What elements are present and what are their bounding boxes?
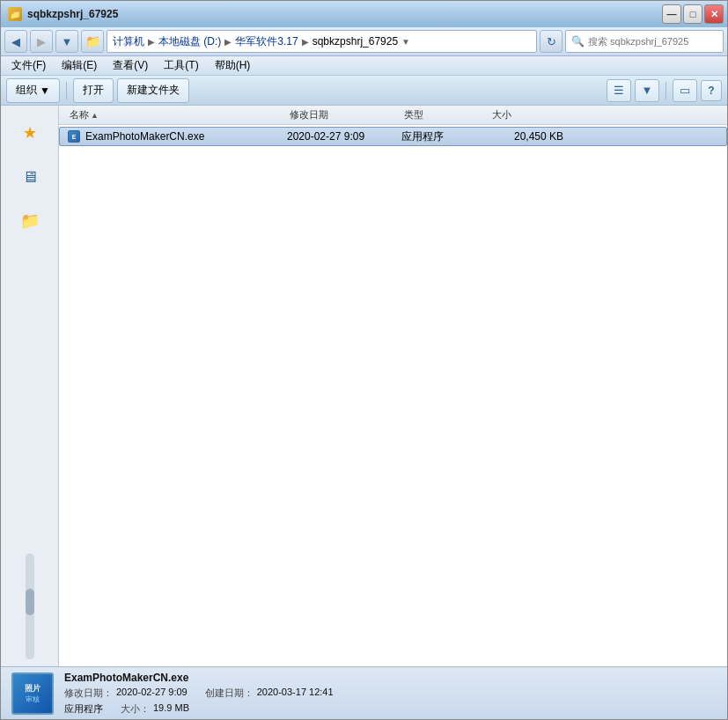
maximize-button[interactable]: □ (683, 4, 702, 24)
folder-up-icon[interactable]: 📁 (81, 30, 104, 53)
column-header-date[interactable]: 修改日期 (286, 106, 401, 124)
menu-file[interactable]: 文件(F) (4, 56, 53, 75)
breadcrumb-segment-drive[interactable]: 本地磁盘 (D:) (158, 34, 221, 49)
file-name: ExamPhotoMakerCN.exe (85, 130, 204, 143)
menubar: 文件(F) 编辑(E) 查看(V) 工具(T) 帮助(H) (1, 56, 727, 76)
view-button[interactable]: ☰ (607, 79, 631, 102)
file-type-cell: 应用程序 (401, 129, 489, 144)
sidebar-item-favorites[interactable]: ★ (11, 114, 48, 151)
status-filename: ExamPhotoMakerCN.exe (64, 672, 334, 684)
menu-view[interactable]: 查看(V) (106, 56, 155, 75)
view-dropdown-button[interactable]: ▼ (635, 79, 659, 102)
file-list: E ExamPhotoMakerCN.exe 2020-02-27 9:09 应… (59, 125, 727, 666)
new-folder-button[interactable]: 新建文件夹 (117, 78, 189, 103)
column-header-type[interactable]: 类型 (401, 106, 489, 124)
sidebar-item-computer[interactable]: 🖥 (11, 158, 48, 195)
status-row-1: 修改日期： 2020-02-27 9:09 创建日期： 2020-03-17 1… (64, 687, 334, 700)
modified-label: 修改日期： (64, 687, 113, 700)
folder-icon: 📁 (8, 7, 22, 21)
size-label: 大小： (121, 702, 150, 716)
size-value: 19.9 MB (153, 702, 189, 716)
filelist-area: 名称 ▲ 修改日期 类型 大小 E (59, 106, 727, 666)
search-icon: 🔍 (571, 35, 585, 48)
status-size: 大小： 19.9 MB (121, 702, 189, 716)
titlebar-left: 📁 sqbkzpshrj_67925 (8, 7, 118, 21)
window: 📁 sqbkzpshrj_67925 — □ ✕ ◀ ▶ ▼ 📁 计算机 ▶ 本… (0, 0, 728, 720)
organize-label: 组织 (16, 83, 37, 98)
forward-button[interactable]: ▶ (30, 30, 53, 53)
status-created: 创建日期： 2020-03-17 12:41 (205, 687, 334, 700)
pane-button[interactable]: ▭ (673, 79, 697, 102)
open-button[interactable]: 打开 (73, 78, 114, 103)
search-bar[interactable]: 🔍 (565, 30, 724, 53)
created-value: 2020-03-17 12:41 (257, 687, 334, 700)
minimize-button[interactable]: — (662, 4, 681, 24)
statusbar: 照片 审核 ExamPhotoMakerCN.exe 修改日期： 2020-02… (1, 666, 727, 719)
breadcrumb-segment-current: sqbkzpshrj_67925 (313, 35, 398, 48)
apptype-value: 应用程序 (64, 702, 103, 716)
toolbar-right: ☰ ▼ ▭ ? (607, 79, 722, 102)
computer-icon: 🖥 (22, 168, 38, 187)
file-name-cell: E ExamPhotoMakerCN.exe (67, 129, 287, 143)
sidebar: ★ 🖥 📁 (1, 106, 59, 666)
file-size-cell: 20,450 KB (489, 130, 577, 143)
search-input[interactable] (588, 36, 717, 47)
toolbar-separator (66, 82, 67, 99)
organize-dropdown-icon: ▼ (40, 84, 50, 97)
thumb-line2: 审核 (26, 694, 40, 704)
folder-sidebar-icon: 📁 (20, 211, 40, 231)
menu-tools[interactable]: 工具(T) (157, 56, 205, 75)
thumb-line1: 照片 (25, 683, 40, 694)
star-icon: ★ (23, 123, 37, 143)
nav-row: ◀ ▶ ▼ 📁 计算机 ▶ 本地磁盘 (D:) ▶ 华军软件3.17 ▶ sqb… (4, 30, 724, 53)
close-button[interactable]: ✕ (704, 4, 724, 24)
titlebar-controls: — □ ✕ (662, 4, 724, 24)
sidebar-item-folder[interactable]: 📁 (11, 202, 48, 239)
modified-value: 2020-02-27 9:09 (116, 687, 188, 700)
refresh-button[interactable]: ↻ (540, 30, 563, 53)
status-apptype: 应用程序 (64, 702, 103, 716)
status-info: ExamPhotoMakerCN.exe 修改日期： 2020-02-27 9:… (64, 672, 334, 716)
status-modified: 修改日期： 2020-02-27 9:09 (64, 687, 188, 700)
toolbar-separator-2 (665, 82, 666, 99)
column-header-size[interactable]: 大小 (489, 106, 577, 124)
sort-arrow-icon: ▲ (91, 111, 99, 120)
dropdown-button[interactable]: ▼ (55, 30, 78, 53)
exe-file-icon: E (67, 129, 81, 143)
organize-button[interactable]: 组织 ▼ (6, 78, 60, 103)
table-row[interactable]: E ExamPhotoMakerCN.exe 2020-02-27 9:09 应… (59, 127, 727, 146)
back-button[interactable]: ◀ (4, 30, 27, 53)
addressbar-wrapper: ◀ ▶ ▼ 📁 计算机 ▶ 本地磁盘 (D:) ▶ 华军软件3.17 ▶ sqb… (1, 27, 727, 56)
sidebar-scrollbar-thumb[interactable] (26, 589, 34, 615)
breadcrumb: 计算机 ▶ 本地磁盘 (D:) ▶ 华军软件3.17 ▶ sqbkzpshrj_… (107, 30, 537, 53)
file-date-cell: 2020-02-27 9:09 (287, 130, 401, 143)
help-button[interactable]: ? (701, 80, 722, 101)
breadcrumb-segment-computer[interactable]: 计算机 (113, 34, 144, 49)
toolbar: 组织 ▼ 打开 新建文件夹 ☰ ▼ ▭ ? (1, 76, 727, 106)
status-row-2: 应用程序 大小： 19.9 MB (64, 702, 334, 716)
titlebar: 📁 sqbkzpshrj_67925 — □ ✕ (1, 1, 727, 27)
status-thumbnail: 照片 审核 (11, 672, 54, 715)
menu-edit[interactable]: 编辑(E) (55, 56, 104, 75)
created-label: 创建日期： (205, 687, 254, 700)
menu-help[interactable]: 帮助(H) (208, 56, 258, 75)
breadcrumb-segment-folder[interactable]: 华军软件3.17 (235, 34, 298, 49)
window-title: sqbkzpshrj_67925 (27, 8, 118, 20)
main-area: ★ 🖥 📁 名称 ▲ 修改日期 (1, 106, 727, 666)
column-header-name[interactable]: 名称 ▲ (66, 106, 286, 124)
column-headers: 名称 ▲ 修改日期 类型 大小 (59, 106, 727, 125)
